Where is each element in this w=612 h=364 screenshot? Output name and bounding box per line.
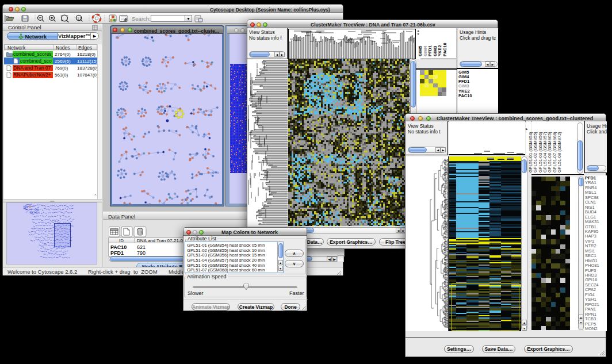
svg-text:1:1: 1:1 xyxy=(78,17,82,20)
